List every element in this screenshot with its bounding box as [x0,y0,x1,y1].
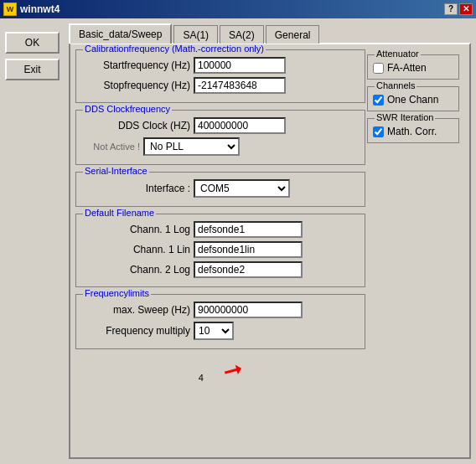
dds-clock-input[interactable] [194,117,286,134]
tabs: Basic_data/Sweep SA(1) SA(2) General [69,23,471,44]
stop-freq-input[interactable] [194,77,286,94]
stop-freq-label: Stopfrequency (Hz) [81,80,190,91]
max-sweep-row: max. Sweep (Hz) [81,302,360,318]
freq-multiply-row: Frequency multiply 1 2 4 5 10 20 40 100 [81,322,360,340]
exit-button[interactable]: Exit [5,59,60,80]
interface-select[interactable]: COM1 COM2 COM3 COM4 COM5 COM6 COM7 COM8 [194,179,290,198]
one-chann-row: One Chann [373,94,453,106]
pll-row: Not Active ! No PLL [81,137,360,156]
calibration-group-title: Calibrationfrequency (Math.-correction o… [83,44,266,54]
tab-basic-data[interactable]: Basic_data/Sweep [69,23,172,44]
freq-multiply-select[interactable]: 1 2 4 5 10 20 40 100 [194,322,234,340]
chann1-lin-label: Chann. 1 Lin [81,244,190,255]
chann1-lin-input[interactable] [194,241,303,258]
dds-clock-row: DDS Clock (HZ) [81,117,360,134]
dds-clock-label: DDS Clock (HZ) [81,120,190,131]
arrow-container: 4 ➞ [75,356,365,384]
help-button[interactable]: ? [444,3,458,15]
max-sweep-label: max. Sweep (Hz) [81,304,190,316]
default-filename-title: Default Filename [83,208,156,218]
pll-select[interactable]: No PLL [143,137,240,156]
freq-limits-group: Frequencylimits max. Sweep (Hz) Frequenc… [75,294,365,349]
arrow-number: 4 [199,373,204,383]
chann2-log-input[interactable] [194,261,303,278]
swr-iteration-group: SWR Iteration Math. Corr. [367,118,459,143]
attenuator-group: Attenuator FA-Atten [367,54,459,80]
dds-group: DDS Clockfrequency DDS Clock (HZ) Not Ac… [75,110,365,165]
chann2-log-row: Chann. 2 Log [81,261,360,278]
start-freq-input[interactable] [194,57,286,74]
channels-group: Channels One Chann [367,86,459,111]
attenuator-title: Attenuator [375,49,421,59]
tab-general[interactable]: General [266,25,320,44]
serial-interface-group: Serial-Interface Interface : COM1 COM2 C… [75,172,365,207]
close-button[interactable]: ✕ [459,3,473,15]
freq-multiply-label: Frequency multiply [81,325,190,337]
math-corr-label: Math. Corr. [387,126,437,137]
main-content-area: Calibrationfrequency (Math.-correction o… [75,49,464,384]
not-active-label: Not Active ! [81,142,140,152]
math-corr-checkbox[interactable] [373,126,384,137]
fa-atten-row: FA-Atten [373,62,453,74]
max-sweep-input[interactable] [194,302,303,318]
right-panel: Basic_data/Sweep SA(1) SA(2) General Cal… [69,23,471,459]
serial-interface-title: Serial-Interface [83,166,149,176]
tab-sa1[interactable]: SA(1) [173,25,218,44]
start-freq-label: Startfrequency (Hz) [81,59,190,71]
start-freq-row: Startfrequency (Hz) [81,57,360,74]
fa-atten-label: FA-Atten [387,62,427,74]
arrow-icon: ➞ [220,354,246,386]
swr-iteration-title: SWR Iteration [375,112,435,122]
tab-content: Calibrationfrequency (Math.-correction o… [69,43,471,459]
chann1-log-row: Chann. 1 Log [81,221,360,238]
chann1-lin-row: Chann. 1 Lin [81,241,360,258]
stop-freq-row: Stopfrequency (Hz) [81,77,360,94]
interface-label: Interface : [81,183,190,194]
math-corr-row: Math. Corr. [373,126,453,137]
chann1-log-input[interactable] [194,221,303,238]
freq-limits-title: Frequencylimits [83,288,151,298]
interface-row: Interface : COM1 COM2 COM3 COM4 COM5 COM… [81,179,360,198]
title-bar: W winnwt4 ? ✕ [0,0,476,18]
default-filename-group: Default Filename Chann. 1 Log Chann. 1 L… [75,214,365,287]
tab-sa2[interactable]: SA(2) [220,25,264,44]
ok-button[interactable]: OK [5,32,60,54]
left-panel: OK Exit [5,23,64,459]
one-chann-checkbox[interactable] [373,95,384,106]
one-chann-label: One Chann [387,94,438,106]
channels-title: Channels [375,80,416,90]
calibration-group: Calibrationfrequency (Math.-correction o… [75,49,365,103]
fa-atten-checkbox[interactable] [373,63,384,74]
left-content: Calibrationfrequency (Math.-correction o… [75,49,365,384]
dds-group-title: DDS Clockfrequency [83,104,172,114]
chann1-log-label: Chann. 1 Log [81,224,190,235]
title-text: winnwt4 [20,3,60,15]
chann2-log-label: Chann. 2 Log [81,264,190,276]
app-icon: W [3,3,17,16]
right-side-panels: Attenuator FA-Atten Channels One Chann [367,54,459,150]
